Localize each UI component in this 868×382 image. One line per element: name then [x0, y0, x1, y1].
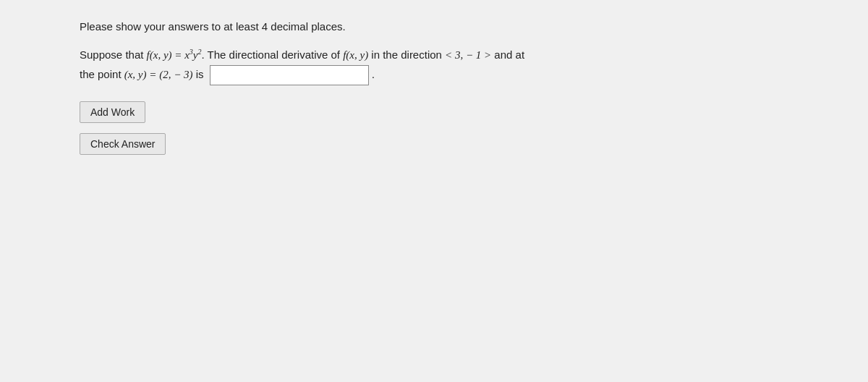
- check-answer-button[interactable]: Check Answer: [80, 133, 166, 155]
- instruction-text: Please show your answers to at least 4 d…: [80, 20, 810, 33]
- point-value: (x, y) = (2, − 3): [124, 69, 193, 80]
- main-panel: Please show your answers to at least 4 d…: [0, 0, 868, 382]
- function-definition: f(x, y) = x3y2: [147, 49, 202, 61]
- problem-container: Suppose that f(x, y) = x3y2. The directi…: [80, 46, 810, 85]
- direction-vector: < 3, − 1 >: [445, 49, 491, 61]
- line2-prefix: the point: [80, 68, 124, 80]
- buttons-container: Add Work Check Answer: [80, 101, 810, 162]
- line1-prefix: Suppose that: [80, 48, 147, 61]
- answer-input[interactable]: [210, 65, 369, 85]
- add-work-button[interactable]: Add Work: [80, 101, 145, 123]
- line1-end: and at: [491, 48, 524, 61]
- line1-middle: . The directional derivative of: [202, 48, 344, 61]
- period: .: [372, 68, 375, 80]
- line1-suffix: in the direction: [368, 48, 445, 61]
- problem-text: Suppose that f(x, y) = x3y2. The directi…: [80, 46, 810, 85]
- fx-y-label: f(x, y): [343, 49, 368, 61]
- line2-suffix: is: [193, 68, 204, 80]
